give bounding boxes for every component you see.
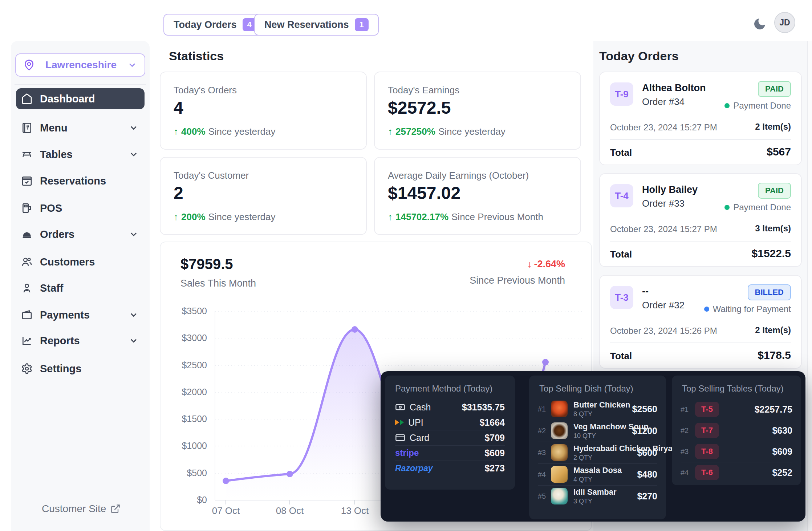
customer-site-label: Customer Site bbox=[42, 503, 106, 515]
dish-image bbox=[551, 444, 568, 461]
status-note: Payment Done bbox=[733, 202, 791, 212]
wallet-icon bbox=[21, 309, 33, 321]
order-number: Order #32 bbox=[642, 300, 685, 311]
dish-name: Masala Dosa bbox=[573, 466, 622, 475]
calendar-check-icon bbox=[21, 175, 33, 187]
stat-value: $2572.5 bbox=[388, 98, 451, 118]
order-card[interactable]: T-4 Holly Bailey Order #33 PAID Payment … bbox=[599, 173, 802, 267]
chevron-down-icon bbox=[129, 229, 139, 239]
total-label: Total bbox=[610, 147, 632, 158]
new-reservations-count-badge: 1 bbox=[355, 18, 369, 31]
dish-row: #2 Veg Manchow Soup 10 QTY $1200 bbox=[538, 420, 657, 442]
chevron-down-icon bbox=[129, 149, 139, 159]
stat-value: 4 bbox=[174, 98, 183, 118]
dark-mode-toggle[interactable] bbox=[752, 17, 767, 31]
sidebar-item-pos[interactable]: POS bbox=[16, 198, 145, 219]
table-badge: T-4 bbox=[610, 184, 633, 207]
pos-terminal-icon bbox=[21, 202, 33, 214]
svg-text:$500: $500 bbox=[187, 468, 207, 478]
dish-qty: 2 QTY bbox=[573, 454, 592, 462]
sidebar-item-tables[interactable]: Tables bbox=[16, 144, 145, 165]
rank-label: #3 bbox=[681, 447, 689, 456]
table-badge: T-9 bbox=[610, 82, 633, 106]
sidebar-item-orders[interactable]: Orders bbox=[16, 224, 145, 245]
top-selling-tables-title: Top Selling Tables (Today) bbox=[682, 384, 784, 394]
razorpay-logo: Razorpay bbox=[395, 463, 433, 473]
sidebar-item-label: Payments bbox=[40, 309, 90, 321]
dish-value: $270 bbox=[637, 491, 657, 502]
payment-row: Cash $31535.75 bbox=[395, 400, 505, 415]
sidebar-item-menu[interactable]: Menu bbox=[16, 117, 145, 138]
order-card[interactable]: T-3 -- Order #32 BILLED Waiting for Paym… bbox=[599, 275, 802, 369]
stat-label: Average Daily Earnings (October) bbox=[388, 170, 529, 181]
order-number: Order #33 bbox=[642, 198, 685, 209]
svg-text:$2500: $2500 bbox=[182, 360, 207, 370]
dish-image bbox=[551, 466, 568, 483]
order-card[interactable]: T-9 Althea Bolton Order #34 PAID Payment… bbox=[599, 72, 802, 165]
new-reservations-button[interactable]: New Reservations 1 bbox=[254, 14, 379, 36]
sidebar-item-settings[interactable]: Settings bbox=[16, 358, 145, 379]
stat-delta: 257250% bbox=[395, 126, 435, 137]
payment-row: UPI $1664 bbox=[395, 415, 505, 430]
sidebar-item-reservations[interactable]: Reservations bbox=[16, 170, 145, 191]
stat-delta: 400% bbox=[181, 126, 206, 137]
dish-image bbox=[551, 401, 568, 417]
order-items-count: 3 Item(s) bbox=[755, 223, 791, 234]
users-icon bbox=[21, 256, 33, 268]
sidebar-item-label: Tables bbox=[40, 149, 73, 161]
sidebar-item-label: Reports bbox=[40, 335, 80, 347]
table-value: $609 bbox=[772, 446, 792, 457]
dish-name: Hyderabadi Chicken Biryani bbox=[573, 444, 679, 453]
stat-value: 2 bbox=[174, 183, 183, 203]
status-note: Payment Done bbox=[733, 101, 791, 111]
table-row: #2 T-7 $630 bbox=[681, 420, 792, 441]
order-date: October 23, 2024 15:27 PM bbox=[610, 224, 717, 234]
up-arrow-icon: ↑ bbox=[174, 126, 178, 137]
stat-card-todays-earnings: Today's Earnings $2572.5 ↑257250%Since y… bbox=[374, 72, 581, 150]
user-avatar[interactable]: JD bbox=[774, 12, 795, 33]
dish-name: Butter Chicken bbox=[573, 400, 630, 410]
payment-row: Card $709 bbox=[395, 430, 505, 445]
sidebar-item-reports[interactable]: Reports bbox=[16, 330, 145, 351]
customer-site-link[interactable]: Customer Site bbox=[42, 503, 121, 515]
svg-text:08 Oct: 08 Oct bbox=[276, 505, 304, 516]
location-selector[interactable]: Lawrenceshire bbox=[15, 53, 145, 77]
today-orders-button[interactable]: Today Orders 4 bbox=[163, 14, 267, 36]
svg-text:$1000: $1000 bbox=[182, 441, 207, 451]
sidebar-item-dashboard[interactable]: Dashboard bbox=[16, 88, 145, 109]
dish-qty: 8 QTY bbox=[573, 410, 592, 418]
dish-qty: 4 QTY bbox=[573, 476, 592, 483]
payment-method-title: Payment Method (Today) bbox=[395, 384, 492, 394]
sidebar-item-label: Dashboard bbox=[40, 93, 95, 105]
table-badge: T-6 bbox=[695, 465, 719, 480]
sidebar-item-customers[interactable]: Customers bbox=[16, 251, 145, 272]
rank-label: #4 bbox=[538, 470, 546, 479]
stat-delta-note: Since yesterday bbox=[208, 211, 276, 223]
status-badge: PAID bbox=[758, 81, 791, 97]
cloche-icon bbox=[21, 228, 33, 240]
status-dot bbox=[724, 205, 730, 210]
rank-label: #5 bbox=[538, 492, 546, 500]
line-chart-icon bbox=[21, 335, 33, 346]
status-badge: BILLED bbox=[748, 284, 791, 300]
table-value: $630 bbox=[772, 425, 792, 436]
sidebar-item-staff[interactable]: Staff bbox=[16, 277, 145, 299]
order-date: October 23, 2024 15:26 PM bbox=[610, 326, 717, 336]
divider bbox=[610, 139, 791, 140]
sidebar: Lawrenceshire Dashboard Menu Tables Rese… bbox=[11, 41, 150, 531]
y-axis-labels: $3500 $3000 $2500 $2000 $1500 $1000 $500… bbox=[182, 306, 207, 505]
status-dot bbox=[724, 103, 730, 108]
dish-image bbox=[551, 422, 568, 439]
scrollbar[interactable] bbox=[807, 41, 812, 531]
map-pin-icon bbox=[23, 59, 35, 71]
dish-qty: 10 QTY bbox=[573, 432, 596, 440]
dish-row: #1 Butter Chicken 8 QTY $2560 bbox=[538, 398, 657, 420]
sidebar-item-payments[interactable]: Payments bbox=[16, 304, 145, 325]
upi-logo-icon bbox=[395, 419, 404, 425]
menu-book-icon bbox=[21, 122, 33, 134]
sidebar-item-label: Reservations bbox=[40, 175, 106, 187]
stripe-logo: stripe bbox=[395, 448, 419, 458]
up-arrow-icon: ↑ bbox=[388, 211, 393, 223]
payment-method-value: $609 bbox=[484, 448, 505, 458]
rank-label: #4 bbox=[681, 469, 689, 477]
